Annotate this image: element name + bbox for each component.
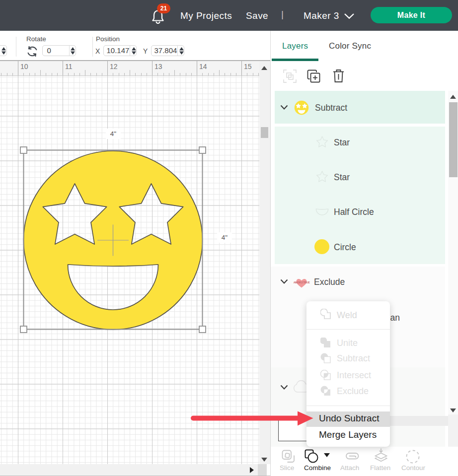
svg-text:AMOR 2 TRUE: AMOR 2 TRUE — [294, 281, 310, 284]
